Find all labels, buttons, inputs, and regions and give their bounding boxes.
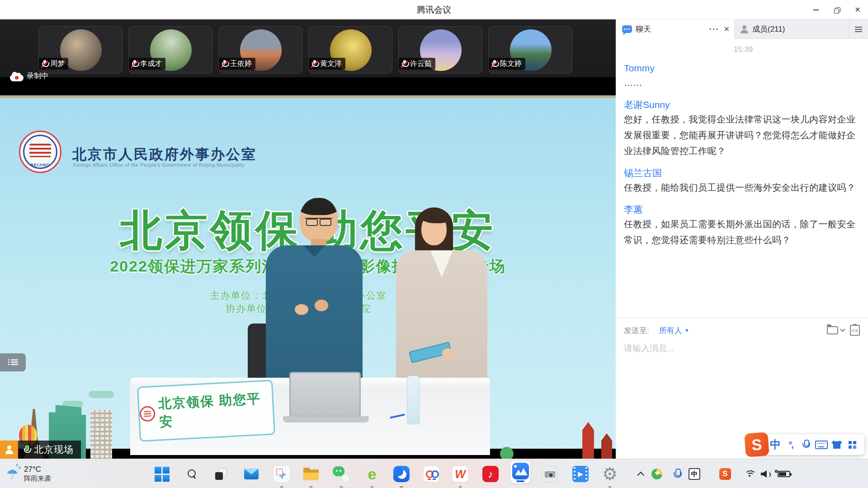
participant-nametag: 陈文婷	[489, 58, 525, 70]
meeting-icon	[512, 463, 529, 479]
tray-volume[interactable]	[760, 465, 773, 483]
gear-icon: ⚙	[602, 465, 618, 483]
participant-thumbnail[interactable]: 王依婷	[218, 26, 302, 74]
umbrella-rain-icon: ☂	[6, 466, 19, 482]
participant-nametag: 许云茹	[399, 58, 435, 70]
message-input[interactable]	[624, 340, 859, 357]
announcement-icon[interactable]: 公告	[850, 325, 860, 336]
tray-360-safe[interactable]	[650, 465, 664, 483]
participant-thumbnail[interactable]: 黄文洋	[308, 26, 392, 74]
video-player-button[interactable]: ▶	[571, 465, 590, 483]
female-presenter-head	[421, 214, 447, 245]
sogou-s-icon: S	[719, 468, 731, 480]
participant-thumbnail[interactable]: 许云茹	[398, 26, 482, 74]
sogou-logo-icon[interactable]: S	[744, 432, 769, 457]
panel-tabs: 聊天 ··· ✕ 成员(211)	[616, 19, 868, 39]
ime-toolbox-icon[interactable]	[844, 438, 860, 451]
send-file-icon[interactable]	[827, 326, 838, 334]
participant-thumbnail[interactable]: 李成才	[128, 26, 212, 74]
wechat-icon	[333, 466, 350, 482]
wps-office-button[interactable]: W	[450, 465, 470, 483]
settings-button[interactable]: ⚙	[600, 465, 620, 483]
close-button[interactable]: ✕	[847, 0, 868, 19]
sign-emblem-icon	[139, 406, 156, 422]
recording-cloud-icon	[10, 75, 24, 81]
restore-icon	[834, 7, 840, 13]
scissors-icon: ✂	[273, 465, 290, 483]
mic-muted-icon	[311, 60, 318, 68]
kremlin-tower-graphic	[578, 422, 599, 459]
speaker-avatar-icon	[0, 441, 18, 459]
ime-voice-icon[interactable]	[798, 438, 814, 451]
play-icon: ▶	[572, 466, 589, 482]
tray-sogou[interactable]: S	[718, 465, 732, 483]
wechat-button[interactable]	[331, 465, 351, 483]
taskbar-search-button[interactable]	[182, 465, 202, 483]
chinese-mode-icon: 中	[689, 468, 700, 480]
chat-message-list[interactable]: 15:39 Tommy …… 老谢Sunny 您好，任教授，我觉得企业法律常识这…	[624, 39, 863, 317]
maximize-button[interactable]	[826, 0, 847, 19]
ime-chinese-mode-icon[interactable]: 中	[768, 438, 783, 451]
link-rings-app-button[interactable]	[421, 465, 441, 483]
dingtalk-icon	[393, 466, 410, 482]
chat-timestamp: 15:39	[624, 45, 863, 54]
participant-thumbnail[interactable]: 陈文婷	[488, 26, 572, 74]
male-presenter	[266, 245, 363, 379]
chat-menu-button[interactable]: ···	[709, 24, 719, 34]
sidebar-handle[interactable]	[0, 353, 26, 371]
wps-icon: W	[452, 466, 468, 482]
ime-punctuation-icon[interactable]: °,	[783, 438, 798, 451]
chevron-up-icon	[637, 471, 644, 479]
mic-muted-icon	[401, 60, 408, 68]
send-to-label: 发送至:	[624, 325, 649, 336]
360-shield-icon	[651, 469, 662, 479]
battery-charging-icon	[778, 471, 790, 477]
laptop	[289, 372, 361, 417]
task-view-icon	[215, 468, 227, 480]
tray-ime-mode[interactable]: 中	[687, 465, 702, 483]
microphone-icon	[674, 469, 681, 479]
windows-icon	[155, 467, 170, 482]
start-button[interactable]	[152, 465, 172, 483]
mic-muted-icon	[491, 60, 498, 68]
panel-menu-button[interactable]	[849, 19, 868, 39]
minimize-icon	[813, 9, 819, 10]
search-icon	[187, 469, 197, 479]
tray-battery[interactable]	[776, 465, 792, 483]
beijing-fao-logo: BEIJING	[19, 131, 61, 173]
host-org-title: 北京市人民政府外事办公室	[72, 145, 257, 164]
tab-chat[interactable]: 聊天 ··· ✕	[616, 19, 735, 39]
chat-close-button[interactable]: ✕	[724, 25, 730, 33]
snipping-tool-button[interactable]: ✂	[272, 465, 292, 483]
send-to-selector[interactable]: 所有人	[659, 325, 682, 336]
task-view-button[interactable]	[211, 465, 231, 483]
camera-app-button[interactable]	[540, 465, 560, 483]
chat-bubble-icon	[622, 25, 632, 33]
file-explorer-button[interactable]	[301, 465, 321, 483]
active-app-card	[510, 461, 530, 483]
netease-music-button[interactable]: ♪	[481, 465, 500, 483]
tray-expand-button[interactable]	[635, 465, 648, 483]
tray-wifi[interactable]	[743, 465, 757, 483]
participant-nametag: 李成才	[129, 58, 165, 70]
tab-members[interactable]: 成员(211)	[735, 19, 849, 39]
dingtalk-button[interactable]	[392, 465, 411, 483]
browser-360-button[interactable]: e	[362, 465, 382, 483]
participant-nametag: 王依婷	[219, 58, 255, 70]
mail-app-button[interactable]	[241, 465, 261, 483]
file-chevron-icon[interactable]	[840, 327, 845, 332]
close-icon: ✕	[854, 5, 860, 14]
weather-widget[interactable]: ☂ 27°C 阵雨来袭	[6, 463, 88, 485]
tencent-meeting-button-active[interactable]	[510, 463, 530, 482]
weather-temperature: 27°C	[24, 465, 51, 474]
ime-skin-icon[interactable]	[829, 438, 844, 451]
participant-strip: 录制中 周梦 李成才 王依婷	[0, 19, 616, 77]
send-to-caret-icon[interactable]: ▼	[684, 328, 689, 333]
tray-microphone[interactable]	[671, 465, 684, 483]
ime-keyboard-icon[interactable]	[814, 438, 829, 451]
white-building-graphic	[90, 410, 112, 459]
minimize-button[interactable]	[806, 0, 826, 19]
mic-muted-icon	[221, 60, 228, 68]
chat-panel: 聊天 ··· ✕ 成员(211) 15:39 Tommy …… 老谢Sunny …	[616, 19, 868, 459]
chat-message: 您好，任教授，我觉得企业法律常识这一块儿内容对企业发展很重要，您能再展开讲讲吗？…	[624, 112, 863, 159]
